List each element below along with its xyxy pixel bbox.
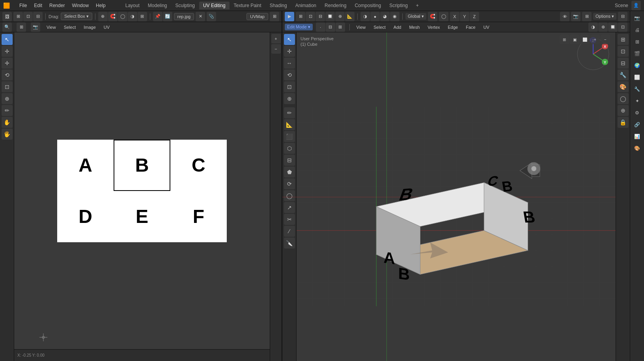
prop-view-layer[interactable]: ⊞: [632, 36, 643, 47]
viewport-overlay-icon[interactable]: ◑: [588, 22, 598, 32]
vp-tool-move[interactable]: ↔: [284, 58, 295, 69]
uv-pin-btn[interactable]: 📎: [207, 12, 216, 21]
viewport-edge-select[interactable]: ⊟: [326, 22, 335, 32]
tab-scripting[interactable]: Scripting: [385, 2, 412, 9]
vp-tool-annotate[interactable]: ✏: [284, 107, 295, 118]
uv-tool-annotate[interactable]: ✏: [2, 105, 13, 116]
tab-modeling[interactable]: Modeling: [144, 2, 171, 9]
uv-filename[interactable]: rep.jpg: [174, 13, 194, 20]
uv-file-close[interactable]: ✕: [196, 12, 205, 21]
viewport-vis-icon[interactable]: 👁: [560, 12, 569, 21]
vp-tool-knife[interactable]: 🔪: [284, 238, 295, 249]
tab-animation[interactable]: Animation: [291, 2, 320, 9]
viewport-face-select[interactable]: ⊞: [336, 22, 345, 32]
vp-tool-scale[interactable]: ⊡: [284, 81, 295, 92]
prop-constraints[interactable]: 🔗: [632, 119, 643, 130]
prop-physics[interactable]: ⚙: [632, 107, 643, 118]
viewport-icon2[interactable]: ⊡: [306, 12, 315, 21]
viewport-options-button[interactable]: Options ▾: [593, 13, 616, 20]
uv-snap-icon[interactable]: 🧲: [108, 12, 118, 21]
vp-tool-bisect[interactable]: ∕: [284, 226, 295, 237]
uv-sub-uv[interactable]: UV: [102, 24, 111, 30]
uv-tool-move[interactable]: ✛: [2, 58, 13, 69]
menu-edit[interactable]: Edit: [31, 2, 45, 9]
vp-tool-select[interactable]: ↖: [284, 34, 295, 45]
vpr-tool5[interactable]: 🎨: [618, 81, 629, 92]
prop-render[interactable]: 📷: [632, 13, 643, 24]
uv-sub-image[interactable]: Image: [82, 24, 97, 30]
uv-tool-select[interactable]: ↖: [2, 34, 13, 45]
uv-tool-cursor[interactable]: ✛: [2, 46, 13, 57]
viewport-snap-icon[interactable]: 🧲: [428, 12, 437, 21]
uv-icon1[interactable]: ⊞: [13, 12, 23, 21]
uv-tool-grab[interactable]: ✋: [2, 117, 13, 128]
prop-object[interactable]: ⬜: [632, 72, 643, 83]
vpr-tool2[interactable]: ⊡: [618, 46, 629, 57]
uv-tool-transform[interactable]: ⊕: [2, 93, 13, 104]
prop-output[interactable]: 🖨: [632, 24, 643, 36]
viewport-solid-icon[interactable]: ●: [370, 12, 380, 21]
viewport-vert-select[interactable]: ·: [316, 22, 325, 32]
uv-tool-rotate[interactable]: ⟲: [2, 69, 13, 80]
viewport-mode-icon[interactable]: ▶: [285, 12, 294, 21]
vp-tool-smooth[interactable]: ◯: [284, 190, 295, 201]
user-icon[interactable]: 👤: [631, 1, 641, 10]
menu-file[interactable]: File: [16, 2, 30, 9]
viewport-icon5[interactable]: ⊕: [335, 12, 345, 21]
vpr-tool8[interactable]: 🔒: [618, 117, 629, 128]
viewport-icon3[interactable]: ⊟: [315, 12, 325, 21]
uv-tool-scale[interactable]: ⊡: [2, 81, 13, 92]
uv-layer-icon[interactable]: ⊞: [138, 12, 147, 21]
prop-material[interactable]: 🎨: [632, 143, 643, 154]
uv-tool-hand[interactable]: 🖐: [2, 129, 13, 140]
viewport-axis-x[interactable]: X: [450, 12, 459, 21]
uv-nav-zoom-in[interactable]: +: [271, 34, 281, 43]
viewport-icon1[interactable]: ⊞: [296, 12, 305, 21]
uv-sub-icon2[interactable]: ⊞: [17, 22, 26, 32]
vpr-tool1[interactable]: ⊞: [618, 34, 629, 45]
viewport-sidebar-icon[interactable]: ⊟: [618, 12, 627, 21]
select-box-button[interactable]: Select Box ▾: [61, 13, 92, 20]
uv-icon2[interactable]: ⊡: [23, 12, 33, 21]
viewport-snap-icon2[interactable]: 🔲: [608, 22, 618, 32]
tab-layout[interactable]: Layout: [121, 2, 144, 9]
vp-tool-poly-build[interactable]: ⬟: [284, 166, 295, 178]
tab-uv-editing[interactable]: UV Editing: [199, 2, 230, 9]
viewport-wire-icon[interactable]: ⊡: [618, 22, 627, 32]
viewport-sub-view[interactable]: View: [354, 24, 368, 30]
uv-mode-icon[interactable]: 🖼: [2, 12, 12, 21]
viewport-axis-y[interactable]: Y: [460, 12, 469, 21]
vpr-tool6[interactable]: ◯: [618, 93, 629, 104]
vp-tool-loop-cut[interactable]: ⊟: [284, 155, 295, 166]
viewport-sub-uv[interactable]: UV: [481, 24, 492, 30]
viewport-gizmo-icon[interactable]: ⊕: [598, 22, 608, 32]
viewport-global-button[interactable]: Global ▾: [405, 13, 426, 20]
viewport-edit-mode[interactable]: Edit Mode ▾: [285, 24, 313, 30]
viewport-sub-add[interactable]: Add: [391, 24, 404, 30]
viewport-icon6[interactable]: 📐: [345, 12, 355, 21]
vpr-tool4[interactable]: 🔧: [618, 69, 629, 80]
vc-zoom-in[interactable]: +: [590, 35, 600, 44]
tab-shading[interactable]: Shading: [266, 2, 291, 9]
viewport-sub-select[interactable]: Select: [371, 24, 388, 30]
vp-tool-cursor[interactable]: ✛: [284, 46, 295, 57]
prop-scene[interactable]: 🎬: [632, 48, 643, 59]
vc-persp-btn[interactable]: ⊞: [560, 35, 569, 44]
uv-sub-view[interactable]: View: [45, 24, 58, 30]
uv-sub-icon1[interactable]: 🔍: [2, 22, 12, 32]
viewport-xray-icon[interactable]: ◑: [360, 12, 370, 21]
vp-tool-add-cube[interactable]: ⬛: [284, 131, 295, 142]
vp-tool-rotate[interactable]: ⟲: [284, 69, 295, 80]
uv-header-right[interactable]: ⊞: [270, 12, 279, 21]
uv-pivot-icon[interactable]: ⊕: [98, 12, 108, 21]
vp-tool-rip[interactable]: ✂: [284, 214, 295, 225]
vp-tool-edge-slide[interactable]: ↗: [284, 202, 295, 213]
viewport-sub-mesh[interactable]: Mesh: [407, 24, 422, 30]
viewport-layers-icon[interactable]: ⊞: [582, 12, 592, 21]
prop-world[interactable]: 🌍: [632, 60, 643, 71]
menu-window[interactable]: Window: [69, 2, 92, 9]
uv-sub-select[interactable]: Select: [62, 24, 78, 30]
menu-render[interactable]: Render: [46, 2, 68, 9]
viewport-sub-face[interactable]: Face: [463, 24, 478, 30]
uv-prop-icon[interactable]: ◯: [118, 12, 127, 21]
